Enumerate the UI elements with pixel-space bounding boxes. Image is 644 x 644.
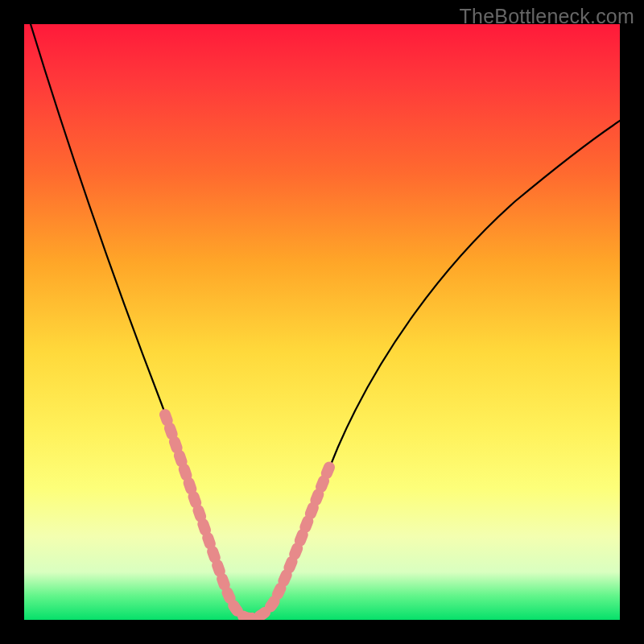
curve-layer xyxy=(24,24,620,620)
bottleneck-curve xyxy=(31,24,620,618)
highlight-band-left xyxy=(165,415,246,617)
plot-area xyxy=(24,24,620,620)
highlight-band-right xyxy=(246,465,330,618)
outer-frame: TheBottleneck.com xyxy=(0,0,644,644)
